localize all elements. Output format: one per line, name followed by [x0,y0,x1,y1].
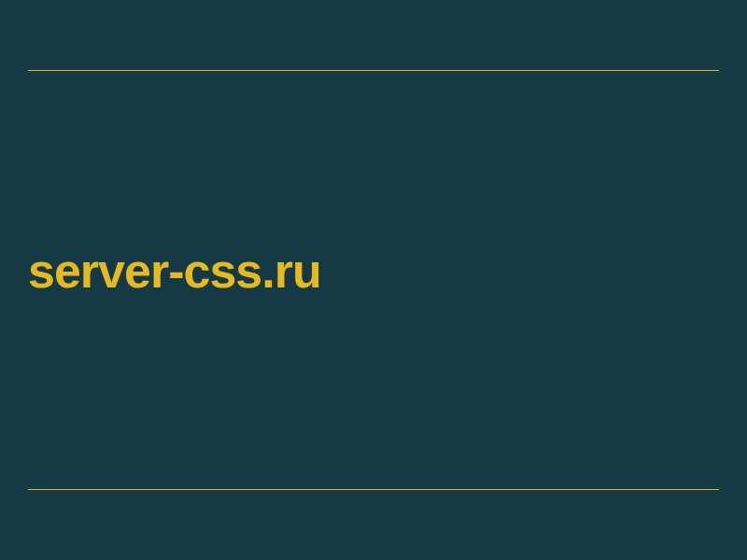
main-container: server-css.ru [28,70,719,490]
bottom-divider [28,489,719,490]
content-area: server-css.ru [28,71,719,489]
domain-title: server-css.ru [28,243,719,299]
